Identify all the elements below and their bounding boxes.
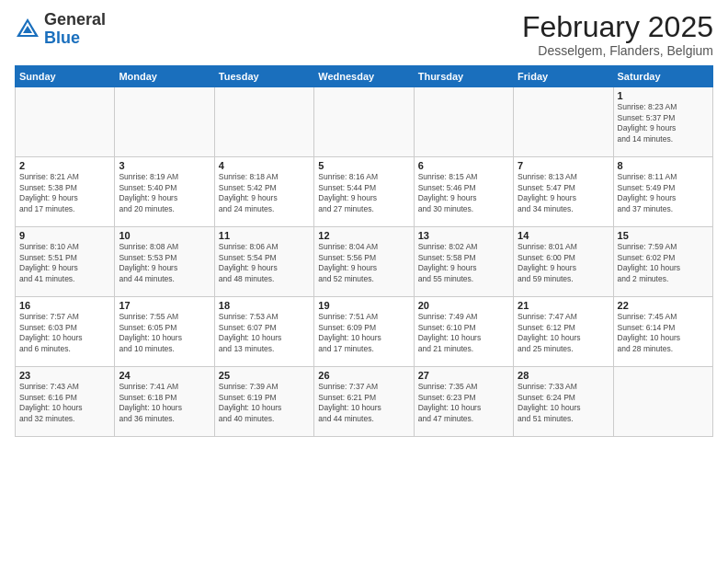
day-info: Sunrise: 8:16 AM Sunset: 5:44 PM Dayligh… (318, 172, 409, 214)
day-info: Sunrise: 7:49 AM Sunset: 6:10 PM Dayligh… (418, 312, 509, 354)
day-number: 2 (19, 160, 110, 171)
day-number: 7 (518, 160, 609, 171)
day-number: 9 (19, 230, 110, 241)
day-info: Sunrise: 8:19 AM Sunset: 5:40 PM Dayligh… (119, 172, 210, 214)
calendar-cell: 10Sunrise: 8:08 AM Sunset: 5:53 PM Dayli… (115, 227, 214, 297)
calendar-cell: 28Sunrise: 7:33 AM Sunset: 6:24 PM Dayli… (514, 367, 613, 437)
calendar-cell: 2Sunrise: 8:21 AM Sunset: 5:38 PM Daylig… (16, 157, 115, 227)
day-number: 10 (119, 230, 210, 241)
day-info: Sunrise: 7:43 AM Sunset: 6:16 PM Dayligh… (19, 382, 110, 424)
calendar-cell: 25Sunrise: 7:39 AM Sunset: 6:19 PM Dayli… (214, 367, 313, 437)
day-info: Sunrise: 7:53 AM Sunset: 6:07 PM Dayligh… (219, 312, 310, 354)
day-number: 26 (318, 370, 409, 381)
calendar-table: Sunday Monday Tuesday Wednesday Thursday… (15, 65, 713, 437)
day-info: Sunrise: 7:33 AM Sunset: 6:24 PM Dayligh… (518, 382, 609, 424)
logo-icon (15, 17, 40, 42)
calendar-cell: 21Sunrise: 7:47 AM Sunset: 6:12 PM Dayli… (514, 297, 613, 367)
calendar-cell: 3Sunrise: 8:19 AM Sunset: 5:40 PM Daylig… (115, 157, 214, 227)
day-number: 25 (219, 370, 310, 381)
calendar-cell: 18Sunrise: 7:53 AM Sunset: 6:07 PM Dayli… (214, 297, 313, 367)
day-number: 17 (119, 300, 210, 311)
calendar-cell (414, 87, 513, 157)
calendar-cell (16, 87, 115, 157)
calendar-week-1: 1Sunrise: 8:23 AM Sunset: 5:37 PM Daylig… (16, 87, 713, 157)
day-info: Sunrise: 8:01 AM Sunset: 6:00 PM Dayligh… (518, 242, 609, 284)
day-info: Sunrise: 7:39 AM Sunset: 6:19 PM Dayligh… (219, 382, 310, 424)
calendar-cell: 15Sunrise: 7:59 AM Sunset: 6:02 PM Dayli… (613, 227, 712, 297)
logo: General Blue (15, 11, 106, 48)
day-number: 11 (219, 230, 310, 241)
calendar-cell: 22Sunrise: 7:45 AM Sunset: 6:14 PM Dayli… (613, 297, 712, 367)
calendar-cell: 9Sunrise: 8:10 AM Sunset: 5:51 PM Daylig… (16, 227, 115, 297)
calendar-cell: 20Sunrise: 7:49 AM Sunset: 6:10 PM Dayli… (414, 297, 513, 367)
calendar-cell (115, 87, 214, 157)
calendar-cell (613, 367, 712, 437)
calendar-cell: 26Sunrise: 7:37 AM Sunset: 6:21 PM Dayli… (314, 367, 414, 437)
day-info: Sunrise: 7:47 AM Sunset: 6:12 PM Dayligh… (518, 312, 609, 354)
day-info: Sunrise: 7:45 AM Sunset: 6:14 PM Dayligh… (618, 312, 709, 354)
col-tuesday: Tuesday (214, 66, 313, 87)
day-number: 28 (518, 370, 609, 381)
day-number: 24 (119, 370, 210, 381)
day-number: 6 (418, 160, 509, 171)
col-sunday: Sunday (16, 66, 115, 87)
calendar-cell (514, 87, 613, 157)
day-number: 4 (219, 160, 310, 171)
header-row: Sunday Monday Tuesday Wednesday Thursday… (16, 66, 713, 87)
calendar-week-5: 23Sunrise: 7:43 AM Sunset: 6:16 PM Dayli… (16, 367, 713, 437)
day-info: Sunrise: 8:04 AM Sunset: 5:56 PM Dayligh… (318, 242, 409, 284)
day-info: Sunrise: 8:13 AM Sunset: 5:47 PM Dayligh… (518, 172, 609, 214)
calendar-cell: 24Sunrise: 7:41 AM Sunset: 6:18 PM Dayli… (115, 367, 214, 437)
day-number: 22 (618, 300, 709, 311)
day-info: Sunrise: 8:21 AM Sunset: 5:38 PM Dayligh… (19, 172, 110, 214)
calendar-cell: 14Sunrise: 8:01 AM Sunset: 6:00 PM Dayli… (514, 227, 613, 297)
calendar-cell: 16Sunrise: 7:57 AM Sunset: 6:03 PM Dayli… (16, 297, 115, 367)
day-info: Sunrise: 8:02 AM Sunset: 5:58 PM Dayligh… (418, 242, 509, 284)
day-number: 3 (119, 160, 210, 171)
day-info: Sunrise: 8:08 AM Sunset: 5:53 PM Dayligh… (119, 242, 210, 284)
logo-general: General (44, 10, 106, 29)
calendar-cell: 8Sunrise: 8:11 AM Sunset: 5:49 PM Daylig… (613, 157, 712, 227)
day-number: 21 (518, 300, 609, 311)
day-number: 12 (318, 230, 409, 241)
day-number: 23 (19, 370, 110, 381)
col-thursday: Thursday (414, 66, 513, 87)
calendar-cell: 11Sunrise: 8:06 AM Sunset: 5:54 PM Dayli… (214, 227, 313, 297)
calendar-cell: 23Sunrise: 7:43 AM Sunset: 6:16 PM Dayli… (16, 367, 115, 437)
calendar-week-4: 16Sunrise: 7:57 AM Sunset: 6:03 PM Dayli… (16, 297, 713, 367)
logo-blue: Blue (44, 29, 80, 47)
calendar-week-3: 9Sunrise: 8:10 AM Sunset: 5:51 PM Daylig… (16, 227, 713, 297)
calendar-cell: 12Sunrise: 8:04 AM Sunset: 5:56 PM Dayli… (314, 227, 414, 297)
day-info: Sunrise: 7:37 AM Sunset: 6:21 PM Dayligh… (318, 382, 409, 424)
col-monday: Monday (115, 66, 214, 87)
calendar-cell: 17Sunrise: 7:55 AM Sunset: 6:05 PM Dayli… (115, 297, 214, 367)
day-info: Sunrise: 7:41 AM Sunset: 6:18 PM Dayligh… (119, 382, 210, 424)
day-info: Sunrise: 8:15 AM Sunset: 5:46 PM Dayligh… (418, 172, 509, 214)
day-number: 13 (418, 230, 509, 241)
day-number: 14 (518, 230, 609, 241)
day-number: 27 (418, 370, 509, 381)
day-info: Sunrise: 8:06 AM Sunset: 5:54 PM Dayligh… (219, 242, 310, 284)
calendar-cell (214, 87, 313, 157)
col-friday: Friday (514, 66, 613, 87)
day-info: Sunrise: 8:23 AM Sunset: 5:37 PM Dayligh… (618, 102, 709, 144)
col-saturday: Saturday (613, 66, 712, 87)
day-number: 18 (219, 300, 310, 311)
day-info: Sunrise: 7:51 AM Sunset: 6:09 PM Dayligh… (318, 312, 409, 354)
calendar-cell: 4Sunrise: 8:18 AM Sunset: 5:42 PM Daylig… (214, 157, 313, 227)
day-number: 16 (19, 300, 110, 311)
day-number: 15 (618, 230, 709, 241)
day-info: Sunrise: 7:55 AM Sunset: 6:05 PM Dayligh… (119, 312, 210, 354)
header: General Blue February 2025 Desselgem, Fl… (15, 11, 713, 58)
calendar-cell: 13Sunrise: 8:02 AM Sunset: 5:58 PM Dayli… (414, 227, 513, 297)
calendar-cell: 7Sunrise: 8:13 AM Sunset: 5:47 PM Daylig… (514, 157, 613, 227)
day-info: Sunrise: 7:59 AM Sunset: 6:02 PM Dayligh… (618, 242, 709, 284)
calendar-cell: 5Sunrise: 8:16 AM Sunset: 5:44 PM Daylig… (314, 157, 414, 227)
calendar-week-2: 2Sunrise: 8:21 AM Sunset: 5:38 PM Daylig… (16, 157, 713, 227)
day-info: Sunrise: 7:57 AM Sunset: 6:03 PM Dayligh… (19, 312, 110, 354)
col-wednesday: Wednesday (314, 66, 414, 87)
day-info: Sunrise: 8:11 AM Sunset: 5:49 PM Dayligh… (618, 172, 709, 214)
logo-text: General Blue (44, 11, 106, 48)
day-number: 19 (318, 300, 409, 311)
title-block: February 2025 Desselgem, Flanders, Belgi… (522, 11, 713, 58)
